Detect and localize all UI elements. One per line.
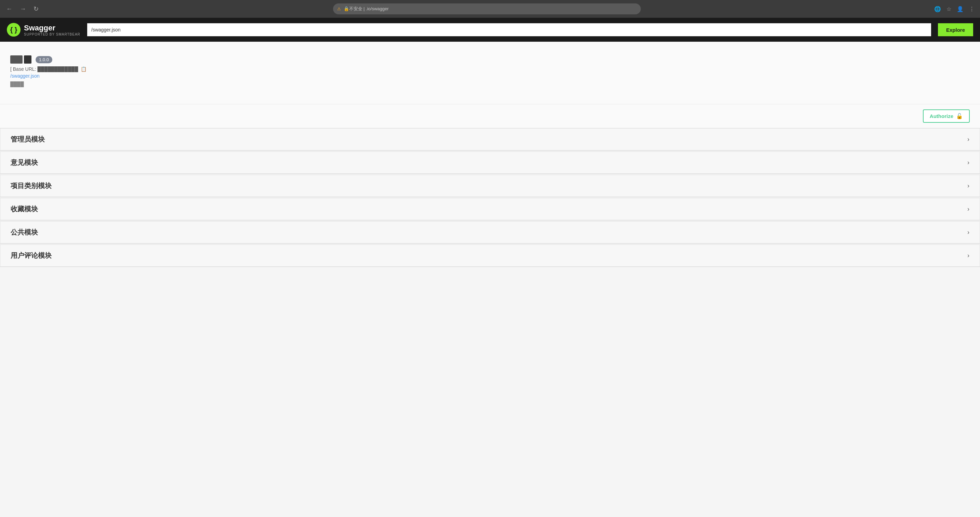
profile-icon[interactable]: 👤 [955, 5, 965, 14]
chevron-right-icon: › [967, 252, 969, 259]
api-section[interactable]: 公共模块 › [0, 221, 980, 244]
api-section[interactable]: 管理员模块 › [0, 128, 980, 151]
api-section[interactable]: 收藏模块 › [0, 198, 980, 221]
security-warning-icon: ⚠ [337, 6, 341, 11]
api-section-title: 公共模块 [11, 228, 38, 237]
swagger-topbar: { } Swagger SUPPORTED BY SMARTBEAR Explo… [0, 18, 980, 42]
api-section-title: 用户评论模块 [11, 251, 52, 260]
swagger-url-input[interactable] [87, 23, 931, 36]
lock-icon: 🔓 [956, 113, 963, 119]
api-section-title: 意见模块 [11, 158, 38, 167]
address-bar[interactable]: ⚠ 🔒不安全 | .io/swagger [333, 3, 641, 14]
browser-actions: 🌐 ☆ 👤 ⋮ [933, 5, 976, 14]
base-url-label: [ Base URL: [10, 66, 36, 72]
api-section-title: 项目类别模块 [11, 181, 52, 191]
bookmark-icon[interactable]: ☆ [945, 5, 953, 14]
swagger-json-link[interactable]: /swagger.json [10, 73, 970, 79]
chevron-right-icon: › [967, 229, 969, 236]
chevron-right-icon: › [967, 159, 969, 166]
api-section-header[interactable]: 用户评论模块 › [0, 245, 980, 267]
api-title-row: 1.0.0 [10, 56, 970, 64]
chevron-right-icon: › [967, 205, 969, 213]
api-sections: 管理员模块 › 意见模块 › 项目类别模块 › 收藏模块 › 公共模块 › [0, 128, 980, 267]
logo-block-1 [10, 56, 22, 64]
api-section-title: 管理员模块 [11, 135, 45, 144]
reload-button[interactable]: ↻ [32, 4, 41, 14]
api-base-url: [ Base URL: ████████████ 📋 [10, 66, 970, 72]
address-text: 🔒不安全 | .io/swagger [344, 6, 389, 12]
base-url-value: ████████████ [37, 66, 78, 72]
api-section[interactable]: 用户评论模块 › [0, 245, 980, 267]
swagger-logo-text: Swagger SUPPORTED BY SMARTBEAR [24, 24, 80, 36]
api-section-header[interactable]: 意见模块 › [0, 152, 980, 174]
swagger-logo-icon: { } [7, 23, 21, 37]
menu-icon[interactable]: ⋮ [968, 5, 976, 14]
authorize-button-label: Authorize [930, 113, 953, 119]
translate-icon[interactable]: 🌐 [933, 5, 942, 14]
api-section-header[interactable]: 公共模块 › [0, 221, 980, 243]
forward-button[interactable]: → [18, 4, 28, 14]
swagger-logo: { } Swagger SUPPORTED BY SMARTBEAR [7, 23, 80, 37]
api-description: ████ [10, 81, 970, 87]
authorize-button[interactable]: Authorize 🔓 [923, 110, 970, 123]
api-title-logo [10, 56, 32, 64]
api-section-header[interactable]: 管理员模块 › [0, 129, 980, 150]
back-button[interactable]: ← [4, 4, 14, 14]
api-section[interactable]: 项目类别模块 › [0, 175, 980, 197]
swagger-authorize-row: Authorize 🔓 [0, 104, 980, 128]
browser-chrome: ← → ↻ ⚠ 🔒不安全 | .io/swagger 🌐 ☆ 👤 ⋮ [0, 0, 980, 18]
swagger-info: 1.0.0 [ Base URL: ████████████ 📋 /swagge… [10, 49, 970, 94]
api-version-badge: 1.0.0 [35, 56, 52, 63]
swagger-main: 1.0.0 [ Base URL: ████████████ 📋 /swagge… [0, 42, 980, 104]
api-section-header[interactable]: 项目类别模块 › [0, 175, 980, 197]
chevron-right-icon: › [967, 136, 969, 143]
api-section-header[interactable]: 收藏模块 › [0, 198, 980, 220]
swagger-logo-subtitle: SUPPORTED BY SMARTBEAR [24, 32, 80, 36]
logo-block-2 [24, 56, 32, 64]
explore-button[interactable]: Explore [938, 23, 973, 36]
swagger-logo-title: Swagger [24, 24, 80, 32]
chevron-right-icon: › [967, 182, 969, 189]
api-section[interactable]: 意见模块 › [0, 151, 980, 174]
api-section-title: 收藏模块 [11, 204, 38, 214]
